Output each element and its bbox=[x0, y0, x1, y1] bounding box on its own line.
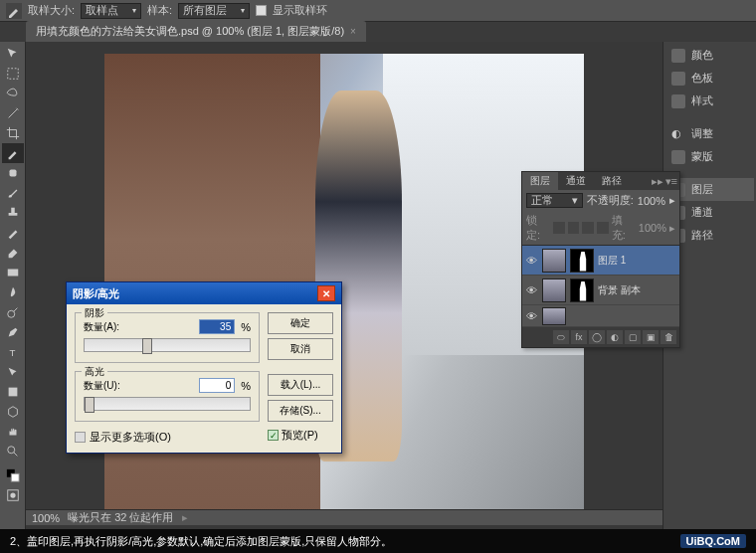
visibility-toggle-icon[interactable]: 👁 bbox=[524, 283, 538, 297]
tab-channels[interactable]: 通道 bbox=[558, 172, 594, 190]
visibility-toggle-icon[interactable]: 👁 bbox=[524, 254, 538, 268]
layer-mask-icon[interactable]: ◯ bbox=[589, 330, 605, 344]
masks-icon bbox=[671, 150, 685, 164]
group-icon[interactable]: ▢ bbox=[625, 330, 641, 344]
zoom-tool[interactable] bbox=[2, 442, 24, 461]
lock-transparent-icon[interactable] bbox=[553, 222, 565, 234]
layer-thumbnail[interactable] bbox=[542, 307, 566, 325]
eraser-tool[interactable] bbox=[2, 243, 24, 263]
adjustment-layer-icon[interactable]: ◐ bbox=[607, 330, 623, 344]
blur-tool[interactable] bbox=[2, 282, 24, 302]
svg-rect-1 bbox=[9, 170, 16, 177]
sample-size-dropdown[interactable]: 取样点 bbox=[81, 3, 141, 19]
link-layers-icon[interactable]: ⬭ bbox=[553, 330, 569, 344]
lock-pixels-icon[interactable] bbox=[568, 222, 580, 234]
svg-point-10 bbox=[10, 492, 15, 497]
layer-mask-thumbnail[interactable] bbox=[570, 278, 594, 302]
shadow-amount-input[interactable] bbox=[199, 319, 235, 334]
panel-masks[interactable]: 蒙版 bbox=[665, 145, 754, 168]
layers-panel: 图层 通道 路径 ▸▸▾≡ 正常▾ 不透明度: 100% ▸ 锁定: 填充: 1… bbox=[521, 171, 680, 348]
wand-tool[interactable] bbox=[2, 103, 24, 123]
lock-position-icon[interactable] bbox=[582, 222, 594, 234]
tutorial-caption: 2、盖印图层,再执行阴影/高光,参数默认,确定后添加图层蒙版,只保留人物部分。 … bbox=[0, 529, 756, 553]
save-button[interactable]: 存储(S)... bbox=[268, 400, 333, 422]
foreground-background-swatch[interactable] bbox=[2, 465, 24, 485]
gradient-tool[interactable] bbox=[2, 263, 24, 282]
fill-value[interactable]: 100% bbox=[639, 222, 666, 234]
shape-tool[interactable] bbox=[2, 382, 24, 402]
layer-mask-thumbnail[interactable] bbox=[570, 249, 594, 273]
document-tab[interactable]: 用填充颜色的方法给美女调色.psd @ 100% (图层 1, 图层蒙版/8) … bbox=[26, 21, 366, 42]
heal-tool[interactable] bbox=[2, 163, 24, 183]
document-tabs: 用填充颜色的方法给美女调色.psd @ 100% (图层 1, 图层蒙版/8) … bbox=[0, 22, 756, 42]
highlight-slider[interactable] bbox=[84, 397, 251, 411]
svg-rect-5 bbox=[8, 388, 17, 397]
hand-tool[interactable] bbox=[2, 422, 24, 442]
panel-swatches[interactable]: 色板 bbox=[665, 67, 754, 90]
move-tool[interactable] bbox=[2, 44, 24, 64]
caption-text: 2、盖印图层,再执行阴影/高光,参数默认,确定后添加图层蒙版,只保留人物部分。 bbox=[10, 534, 392, 549]
tab-paths[interactable]: 路径 bbox=[594, 172, 630, 190]
lock-all-icon[interactable] bbox=[597, 222, 609, 234]
panel-styles[interactable]: 样式 bbox=[665, 90, 754, 112]
delete-layer-icon[interactable]: 🗑 bbox=[661, 330, 676, 344]
pen-tool[interactable] bbox=[2, 322, 24, 342]
crop-tool[interactable] bbox=[2, 123, 24, 143]
load-button[interactable]: 载入(L)... bbox=[268, 374, 333, 396]
marquee-tool[interactable] bbox=[2, 64, 24, 84]
eyedropper-tool[interactable] bbox=[2, 143, 24, 163]
close-icon[interactable]: ✕ bbox=[317, 285, 335, 301]
new-layer-icon[interactable]: ▣ bbox=[643, 330, 659, 344]
slider-handle[interactable] bbox=[85, 397, 94, 413]
text-tool[interactable]: T bbox=[2, 342, 24, 362]
highlight-amount-input[interactable] bbox=[199, 378, 235, 393]
cancel-button[interactable]: 取消 bbox=[268, 338, 333, 360]
quickmask-toggle[interactable] bbox=[2, 485, 24, 505]
panel-collapse-icon[interactable]: ▸▸ bbox=[652, 175, 663, 188]
stamp-tool[interactable] bbox=[2, 203, 24, 223]
visibility-toggle-icon[interactable]: 👁 bbox=[524, 309, 538, 323]
layer-name[interactable]: 图层 1 bbox=[598, 254, 677, 268]
layer-row-1[interactable]: 👁 图层 1 bbox=[522, 246, 679, 276]
styles-icon bbox=[671, 94, 685, 108]
close-tab-icon[interactable]: × bbox=[350, 26, 356, 37]
layer-thumbnail[interactable] bbox=[542, 249, 566, 273]
dialog-titlebar[interactable]: 阴影/高光 ✕ bbox=[67, 282, 341, 304]
ok-button[interactable]: 确定 bbox=[268, 312, 333, 334]
adjustments-icon: ◐ bbox=[671, 127, 685, 141]
slider-handle[interactable] bbox=[142, 338, 152, 354]
tab-layers[interactable]: 图层 bbox=[522, 172, 558, 190]
layer-style-icon[interactable]: fx bbox=[571, 330, 587, 344]
layers-panel-footer: ⬭ fx ◯ ◐ ▢ ▣ 🗑 bbox=[522, 327, 679, 347]
more-options-checkbox[interactable] bbox=[75, 432, 86, 443]
layer-thumbnail[interactable] bbox=[542, 278, 566, 302]
status-info: 曝光只在 32 位起作用 bbox=[68, 510, 173, 525]
shadow-slider[interactable] bbox=[84, 338, 251, 352]
fill-arrow-icon[interactable]: ▸ bbox=[669, 222, 675, 235]
blend-mode-dropdown[interactable]: 正常▾ bbox=[526, 193, 583, 208]
sample-dropdown[interactable]: 所有图层 bbox=[178, 3, 250, 19]
opacity-arrow-icon[interactable]: ▸ bbox=[669, 194, 675, 207]
brush-tool[interactable] bbox=[2, 183, 24, 203]
layer-row-2[interactable]: 👁 背景 副本 bbox=[522, 276, 679, 305]
3d-tool[interactable] bbox=[2, 402, 24, 422]
tool-preset-icon[interactable] bbox=[6, 3, 22, 19]
highlight-legend: 高光 bbox=[82, 365, 107, 379]
more-options-label: 显示更多选项(O) bbox=[90, 430, 171, 445]
zoom-level[interactable]: 100% bbox=[32, 512, 60, 524]
dialog-title: 阴影/高光 bbox=[73, 286, 119, 301]
panel-adjustments[interactable]: ◐调整 bbox=[665, 122, 754, 145]
percent-label: % bbox=[241, 380, 251, 392]
opacity-value[interactable]: 100% bbox=[638, 195, 665, 207]
layer-row-3[interactable]: 👁 bbox=[522, 305, 679, 327]
dodge-tool[interactable] bbox=[2, 302, 24, 322]
panel-menu-icon[interactable]: ▾≡ bbox=[665, 175, 677, 188]
lasso-tool[interactable] bbox=[2, 84, 24, 103]
show-sample-checkbox[interactable] bbox=[256, 5, 267, 16]
preview-checkbox[interactable]: ✓ bbox=[268, 430, 279, 441]
path-select-tool[interactable] bbox=[2, 362, 24, 382]
panel-color[interactable]: 颜色 bbox=[665, 44, 754, 67]
layer-name[interactable]: 背景 副本 bbox=[598, 283, 677, 297]
history-brush-tool[interactable] bbox=[2, 223, 24, 243]
color-icon bbox=[671, 49, 685, 63]
